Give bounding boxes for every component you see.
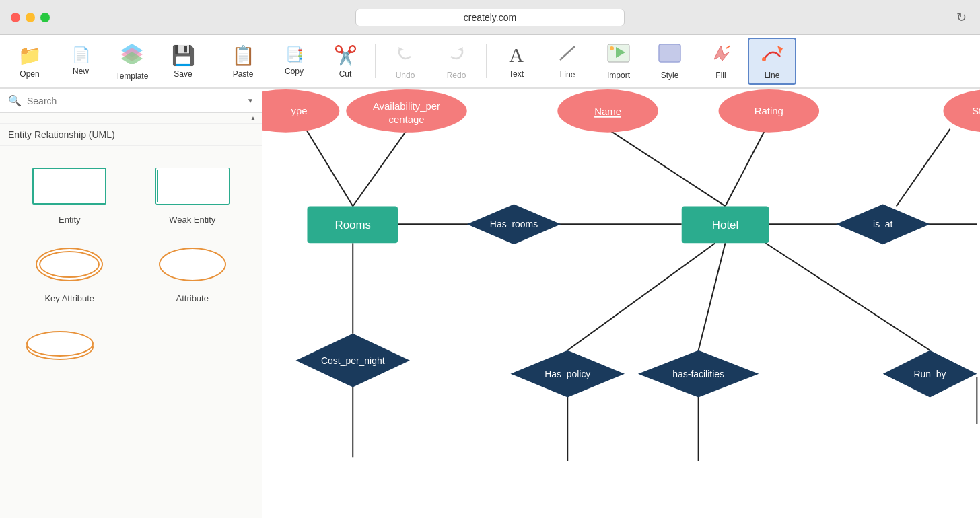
shapes-grid: Entity Weak Entity Key Attribute: [0, 146, 262, 320]
shape-item-entity[interactable]: Entity: [11, 157, 129, 230]
has-rooms-label: Has_rooms: [490, 219, 538, 229]
open-icon: 📁: [18, 44, 42, 67]
svg-point-9: [762, 57, 766, 61]
er-diagram: ype Availability_per centage Name Rating…: [262, 89, 980, 518]
separator-3: [486, 44, 487, 78]
main-content: 🔍 ▼ ▲ Entity Relationship (UML) Entity: [0, 89, 980, 518]
cut-icon: ✂️: [334, 44, 357, 67]
paste-label: Paste: [233, 69, 254, 79]
rooms-entity-label: Rooms: [335, 219, 371, 231]
has-facilities-label: has-facilities: [672, 369, 724, 379]
text-label: Text: [509, 69, 524, 79]
weak-entity-shape: [155, 168, 230, 205]
svg-line-8: [726, 46, 730, 48]
open-button[interactable]: 📁 Open: [5, 38, 54, 85]
entity-canvas: [26, 162, 113, 209]
availability-attr-label2: centage: [388, 114, 424, 125]
search-bar: 🔍 ▼: [0, 89, 262, 113]
weak-entity-canvas: [149, 162, 236, 209]
redo-icon: [446, 43, 467, 68]
svg-line-22: [765, 243, 930, 350]
new-label: New: [73, 67, 89, 76]
style-button[interactable]: Style: [645, 38, 694, 85]
sidebar-category-title: Entity Relationship (UML): [0, 124, 262, 146]
line-icon: [557, 44, 578, 67]
text-icon: A: [509, 44, 524, 67]
redo-button[interactable]: Redo: [432, 38, 481, 85]
save-icon: 💾: [172, 44, 195, 67]
address-bar[interactable]: creately.com: [355, 9, 625, 26]
import-icon: [606, 43, 631, 68]
shape-item-double-ellipse[interactable]: [11, 326, 109, 367]
entity-shape: [32, 168, 106, 205]
titlebar: creately.com ↻: [0, 0, 980, 35]
svg-rect-7: [659, 44, 680, 62]
traffic-lights: [11, 13, 50, 22]
key-attr-label: Key Attribute: [44, 293, 94, 303]
svg-line-12: [608, 129, 725, 207]
separator-1: [213, 44, 213, 78]
save-button[interactable]: 💾 Save: [159, 38, 207, 85]
svg-line-11: [353, 131, 407, 207]
maximize-button[interactable]: [40, 13, 50, 22]
svg-line-21: [699, 243, 726, 350]
svg-line-10: [306, 129, 353, 207]
attr-shape: [159, 248, 226, 281]
svg-line-3: [560, 46, 575, 60]
shape-item-weak-entity[interactable]: Weak Entity: [134, 157, 252, 230]
new-icon: 📄: [72, 46, 90, 64]
template-icon: [120, 42, 144, 69]
copy-button[interactable]: 📑 Copy: [270, 38, 318, 85]
type-attr-label: ype: [291, 105, 307, 116]
shape-item-attribute[interactable]: Attribute: [134, 235, 252, 309]
sidebar: 🔍 ▼ ▲ Entity Relationship (UML) Entity: [0, 89, 262, 518]
scroll-up-arrow[interactable]: ▲: [250, 114, 256, 122]
undo-icon: [394, 43, 416, 68]
undo-label: Undo: [396, 71, 415, 80]
cost-per-night-label: Cost_per_night: [321, 355, 385, 366]
minimize-button[interactable]: [26, 13, 35, 22]
line-button[interactable]: Line: [543, 38, 592, 85]
text-button[interactable]: A Text: [492, 38, 540, 85]
close-button[interactable]: [11, 13, 20, 22]
weak-entity-label: Weak Entity: [169, 215, 215, 225]
search-icon: 🔍: [8, 94, 22, 107]
shape-item-key-attribute[interactable]: Key Attribute: [11, 235, 129, 309]
open-label: Open: [20, 69, 39, 79]
hotel-entity-label: Hotel: [712, 219, 739, 231]
double-ellipse-shape: [26, 331, 94, 361]
name-attr-label: Name: [594, 105, 621, 116]
template-button[interactable]: Template: [108, 38, 156, 85]
has-policy-label: Has_policy: [545, 369, 590, 379]
more-shapes-row: [0, 320, 262, 367]
paste-button[interactable]: 📋 Paste: [219, 38, 267, 85]
double-ellipse-canvas: [16, 331, 104, 361]
cut-button[interactable]: ✂️ Cut: [321, 38, 370, 85]
svg-line-13: [726, 129, 766, 207]
line-active-icon: [760, 43, 784, 68]
availability-attr-label: Availability_per: [373, 100, 440, 112]
search-caret: ▼: [247, 97, 254, 104]
fill-button[interactable]: Fill: [697, 38, 745, 85]
canvas-area[interactable]: ype Availability_per centage Name Rating…: [262, 89, 980, 518]
undo-button[interactable]: Undo: [381, 38, 429, 85]
import-button[interactable]: Import: [594, 38, 643, 85]
rating-attr-label: Rating: [755, 105, 783, 116]
run-by-label: Run_by: [914, 369, 946, 379]
svg-point-6: [610, 46, 614, 50]
line-label: Line: [560, 70, 575, 79]
line-active-button[interactable]: Line: [748, 38, 796, 85]
reload-button[interactable]: ↻: [956, 10, 967, 25]
line-active-label: Line: [765, 71, 780, 80]
new-button[interactable]: 📄 New: [57, 38, 105, 85]
fill-label: Fill: [715, 71, 726, 80]
st-attr-label: St: [972, 105, 980, 116]
paste-icon: 📋: [232, 44, 255, 67]
fill-icon: [709, 43, 733, 68]
style-icon: [658, 43, 682, 68]
import-label: Import: [607, 71, 630, 80]
search-input[interactable]: [27, 96, 242, 106]
redo-label: Redo: [447, 71, 466, 80]
style-label: Style: [661, 71, 679, 80]
template-label: Template: [116, 71, 149, 81]
